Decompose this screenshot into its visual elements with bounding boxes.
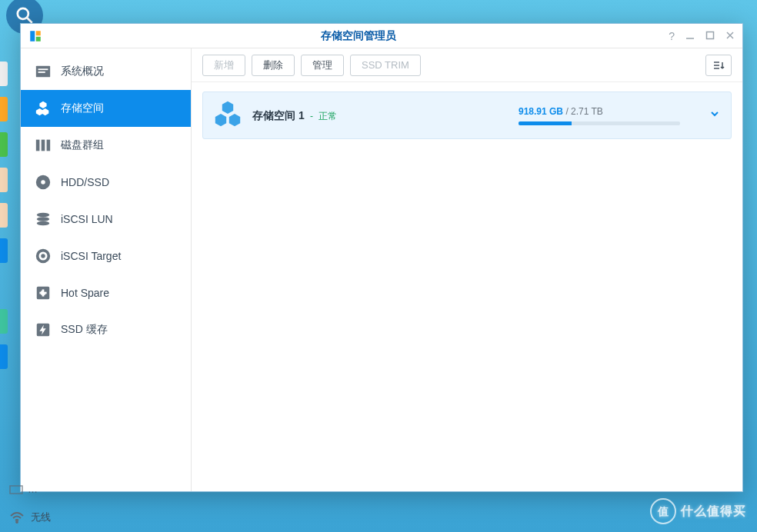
delete-button[interactable]: 删除 bbox=[252, 55, 295, 76]
dock-item[interactable] bbox=[0, 344, 8, 369]
window-title: 存储空间管理员 bbox=[48, 29, 669, 43]
svg-point-0 bbox=[18, 8, 28, 19]
sidebar-item-iscsi-target[interactable]: iSCSI Target bbox=[21, 238, 191, 274]
lun-icon bbox=[35, 211, 52, 228]
capacity-text: 918.91 GB / 2.71 TB bbox=[519, 106, 603, 117]
volume-name: 存储空间 1 bbox=[252, 109, 305, 121]
capacity-bar-fill bbox=[519, 121, 572, 125]
svg-rect-13 bbox=[42, 140, 45, 151]
sidebar: 系统概况 存储空间 磁盘群组 HDD/SSD iSCSI LUN iSCSI T… bbox=[21, 48, 192, 491]
sidebar-item-hdd[interactable]: HDD/SSD bbox=[21, 164, 191, 201]
volume-card-icon bbox=[214, 100, 242, 131]
dock-item[interactable] bbox=[0, 238, 8, 263]
sidebar-item-label: 存储空间 bbox=[61, 101, 104, 115]
sidebar-item-label: 系统概况 bbox=[61, 65, 104, 78]
capacity-bar bbox=[519, 121, 680, 125]
toolbar: 新增 删除 管理 SSD TRIM bbox=[192, 48, 742, 82]
svg-point-22 bbox=[41, 254, 45, 258]
add-button[interactable]: 新增 bbox=[202, 55, 245, 76]
diskgroup-icon bbox=[35, 137, 52, 154]
close-icon[interactable] bbox=[725, 30, 735, 42]
ssdcache-icon bbox=[35, 321, 52, 338]
volume-card[interactable]: 存储空间 1 - 正常 918.91 GB / 2.71 TB bbox=[202, 91, 732, 139]
dock-item[interactable] bbox=[0, 203, 8, 228]
minimize-icon[interactable] bbox=[685, 30, 695, 42]
svg-point-19 bbox=[37, 221, 50, 226]
titlebar[interactable]: 存储空间管理员 ? bbox=[21, 24, 742, 48]
capacity-total: 2.71 TB bbox=[571, 106, 603, 117]
svg-point-17 bbox=[37, 213, 50, 218]
desktop-item[interactable]: … bbox=[9, 484, 38, 495]
dock-item[interactable] bbox=[0, 62, 8, 86]
svg-line-1 bbox=[27, 18, 32, 23]
window-controls: ? bbox=[669, 30, 735, 42]
svg-rect-30 bbox=[10, 486, 22, 494]
sidebar-item-overview[interactable]: 系统概况 bbox=[21, 53, 191, 90]
svg-point-16 bbox=[41, 180, 45, 185]
sidebar-item-label: 磁盘群组 bbox=[61, 138, 104, 152]
dock-item[interactable] bbox=[0, 97, 8, 121]
svg-rect-3 bbox=[36, 31, 41, 35]
svg-rect-6 bbox=[707, 32, 714, 38]
capacity-used: 918.91 GB bbox=[519, 106, 563, 117]
sidebar-item-label: iSCSI Target bbox=[61, 250, 121, 262]
wifi-item[interactable]: 无线 bbox=[9, 510, 51, 524]
dock-item[interactable] bbox=[0, 132, 8, 157]
hdd-icon bbox=[35, 174, 52, 191]
svg-rect-14 bbox=[47, 140, 51, 151]
target-icon bbox=[35, 248, 52, 264]
volume-status: 正常 bbox=[318, 111, 337, 121]
desktop-dock bbox=[0, 62, 15, 380]
hotspare-icon bbox=[35, 284, 52, 301]
sidebar-item-label: HDD/SSD bbox=[61, 176, 109, 188]
manage-button[interactable]: 管理 bbox=[301, 55, 344, 76]
watermark-text: 什么值得买 bbox=[681, 504, 746, 517]
sidebar-item-iscsi-lun[interactable]: iSCSI LUN bbox=[21, 201, 191, 238]
svg-rect-2 bbox=[30, 31, 35, 42]
svg-rect-4 bbox=[36, 36, 41, 41]
svg-rect-10 bbox=[38, 68, 48, 70]
watermark: 值什么值得买 bbox=[650, 498, 746, 524]
volume-status-sep: - bbox=[308, 111, 316, 121]
desktop-item-label: … bbox=[28, 484, 38, 495]
volume-capacity: 918.91 GB / 2.71 TB bbox=[519, 106, 688, 125]
svg-rect-12 bbox=[36, 140, 40, 151]
capacity-sep: / bbox=[563, 106, 571, 117]
dock-item bbox=[0, 274, 8, 298]
maximize-icon[interactable] bbox=[705, 30, 715, 42]
sidebar-item-label: iSCSI LUN bbox=[61, 213, 113, 225]
sidebar-item-diskgroup[interactable]: 磁盘群组 bbox=[21, 127, 191, 164]
wifi-label: 无线 bbox=[31, 510, 51, 524]
volume-icon bbox=[35, 100, 52, 117]
main-panel: 新增 删除 管理 SSD TRIM 存储空间 1 - 正常 bbox=[192, 48, 742, 491]
sidebar-item-label: Hot Spare bbox=[61, 287, 109, 299]
sort-button[interactable] bbox=[705, 55, 732, 76]
dock-item[interactable] bbox=[0, 168, 8, 192]
app-icon bbox=[28, 29, 42, 43]
svg-point-18 bbox=[37, 217, 50, 221]
ssdtrim-button[interactable]: SSD TRIM bbox=[350, 55, 421, 76]
storage-manager-window: 存储空间管理员 ? 系统概况 存储空间 磁盘群组 HDD/SSD bbox=[20, 23, 743, 492]
volume-title-block: 存储空间 1 - 正常 bbox=[252, 108, 337, 123]
chevron-down-icon[interactable] bbox=[709, 108, 720, 122]
svg-rect-11 bbox=[38, 71, 45, 73]
svg-point-31 bbox=[16, 521, 18, 523]
sidebar-item-volume[interactable]: 存储空间 bbox=[21, 90, 191, 127]
dock-item[interactable] bbox=[0, 309, 8, 334]
watermark-bubble: 值 bbox=[650, 498, 676, 524]
sidebar-item-label: SSD 缓存 bbox=[61, 323, 108, 337]
overview-icon bbox=[35, 63, 52, 80]
desktop-taskbar bbox=[0, 0, 757, 25]
help-icon[interactable]: ? bbox=[669, 30, 675, 42]
sidebar-item-ssdcache[interactable]: SSD 缓存 bbox=[21, 311, 191, 348]
sidebar-item-hotspare[interactable]: Hot Spare bbox=[21, 274, 191, 311]
volume-list: 存储空间 1 - 正常 918.91 GB / 2.71 TB bbox=[192, 82, 742, 491]
